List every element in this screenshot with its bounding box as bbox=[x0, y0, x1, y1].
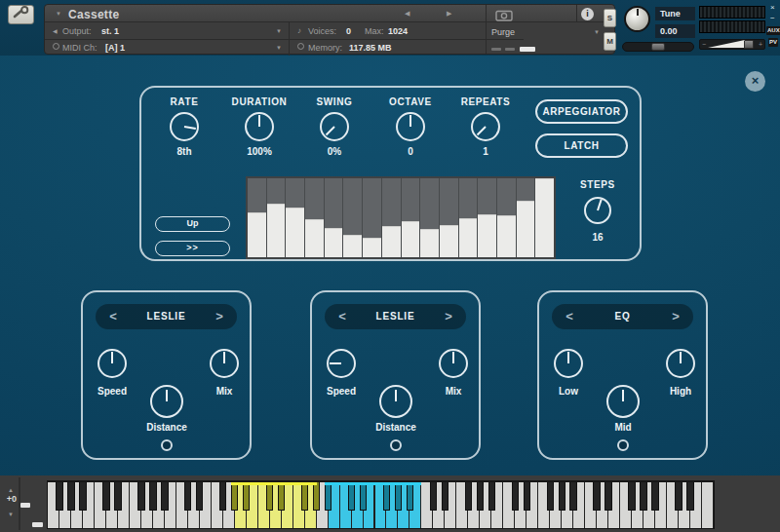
black-key[interactable] bbox=[593, 482, 600, 511]
black-key[interactable] bbox=[488, 482, 495, 511]
instrument-caret-icon[interactable]: ▼ bbox=[56, 11, 61, 17]
black-key[interactable] bbox=[604, 482, 611, 511]
black-key[interactable] bbox=[686, 482, 693, 511]
effect-next-icon[interactable]: > bbox=[666, 304, 685, 328]
volume-handle[interactable] bbox=[744, 40, 754, 49]
mix-knob[interactable] bbox=[210, 349, 239, 378]
black-key[interactable] bbox=[407, 482, 413, 511]
seq-step-8[interactable] bbox=[382, 178, 401, 257]
black-key[interactable] bbox=[313, 482, 320, 511]
black-key[interactable] bbox=[465, 482, 472, 511]
transpose-down-icon[interactable]: ▼ bbox=[8, 512, 14, 517]
scroll-handle[interactable] bbox=[20, 503, 30, 508]
aux-button[interactable]: AUX bbox=[766, 26, 780, 35]
scroll-handle[interactable] bbox=[32, 522, 43, 527]
pan-slider[interactable] bbox=[622, 42, 694, 52]
black-key[interactable] bbox=[231, 482, 238, 511]
black-key[interactable] bbox=[442, 482, 448, 511]
solo-button[interactable]: S bbox=[604, 9, 616, 27]
pan-handle[interactable] bbox=[651, 43, 665, 51]
black-key[interactable] bbox=[278, 482, 285, 511]
seq-step-16[interactable] bbox=[535, 178, 554, 257]
seq-step-9[interactable] bbox=[402, 178, 420, 257]
black-key[interactable] bbox=[430, 482, 437, 511]
effect-prev-icon[interactable]: < bbox=[332, 304, 352, 328]
black-key[interactable] bbox=[102, 482, 109, 511]
tune-value[interactable]: 0.00 bbox=[655, 24, 695, 38]
speed-knob[interactable] bbox=[327, 349, 356, 378]
black-key[interactable] bbox=[184, 482, 191, 511]
black-key[interactable] bbox=[266, 482, 273, 511]
output-value[interactable]: st. 1 bbox=[101, 26, 119, 36]
arp-direction-button[interactable]: Up bbox=[155, 216, 230, 232]
black-key[interactable] bbox=[161, 482, 168, 511]
effect-prev-icon[interactable]: < bbox=[103, 304, 123, 328]
volume-plus[interactable]: + bbox=[759, 41, 762, 48]
transpose-up-icon[interactable]: ▲ bbox=[8, 487, 14, 493]
mix-knob[interactable] bbox=[439, 349, 468, 378]
info-icon[interactable]: i bbox=[581, 8, 594, 20]
seq-step-11[interactable] bbox=[440, 178, 458, 257]
next-instrument-icon[interactable]: ▶ bbox=[447, 10, 451, 18]
black-key[interactable] bbox=[219, 482, 226, 511]
black-key[interactable] bbox=[477, 482, 484, 511]
arpeggiator-toggle-button[interactable]: ARPEGGIATOR bbox=[535, 99, 628, 124]
effect-power-button[interactable] bbox=[390, 439, 402, 451]
black-key[interactable] bbox=[675, 482, 682, 511]
low-knob[interactable] bbox=[554, 349, 583, 378]
black-key[interactable] bbox=[56, 482, 62, 511]
volume-minus[interactable]: − bbox=[702, 41, 706, 48]
seq-step-7[interactable] bbox=[363, 178, 381, 257]
arp-next-pattern-button[interactable]: >> bbox=[155, 241, 230, 256]
midi-value[interactable]: [A] 1 bbox=[105, 43, 125, 53]
snapshot-camera-icon[interactable] bbox=[495, 8, 513, 25]
black-key[interactable] bbox=[149, 482, 156, 511]
black-key[interactable] bbox=[559, 482, 566, 511]
purge-label[interactable]: Purge bbox=[491, 27, 515, 37]
duration-knob[interactable] bbox=[245, 112, 274, 141]
black-key[interactable] bbox=[67, 482, 74, 511]
seq-step-15[interactable] bbox=[517, 178, 535, 257]
black-key[interactable] bbox=[348, 482, 355, 511]
black-key[interactable] bbox=[196, 482, 203, 511]
black-key[interactable] bbox=[651, 482, 658, 511]
seq-step-12[interactable] bbox=[459, 178, 478, 257]
distance-knob[interactable] bbox=[150, 385, 183, 418]
seq-step-3[interactable] bbox=[286, 178, 304, 257]
black-key[interactable] bbox=[325, 482, 332, 511]
black-key[interactable] bbox=[569, 482, 576, 511]
black-key[interactable] bbox=[301, 482, 308, 511]
seq-step-4[interactable] bbox=[305, 178, 324, 257]
midi-dropdown-icon[interactable]: ▼ bbox=[276, 45, 282, 51]
seq-step-10[interactable] bbox=[420, 178, 439, 257]
black-key[interactable] bbox=[79, 482, 86, 511]
black-key[interactable] bbox=[243, 482, 250, 511]
steps-knob[interactable] bbox=[584, 197, 611, 224]
octave-knob[interactable] bbox=[396, 112, 425, 141]
distance-knob[interactable] bbox=[379, 385, 412, 418]
black-key[interactable] bbox=[360, 482, 367, 511]
seq-step-6[interactable] bbox=[343, 178, 362, 257]
effect-power-button[interactable] bbox=[617, 439, 629, 451]
effect-power-button[interactable] bbox=[161, 439, 173, 451]
black-key[interactable] bbox=[512, 482, 519, 511]
repeats-knob[interactable] bbox=[471, 112, 500, 141]
mute-button[interactable]: M bbox=[604, 32, 616, 51]
instrument-title[interactable]: Cassette bbox=[68, 8, 119, 21]
mid-knob[interactable] bbox=[606, 385, 640, 418]
black-key[interactable] bbox=[524, 482, 530, 511]
black-key[interactable] bbox=[547, 482, 554, 511]
output-dropdown-icon[interactable]: ▼ bbox=[276, 28, 282, 34]
seq-step-5[interactable] bbox=[325, 178, 343, 257]
black-key[interactable] bbox=[137, 482, 144, 511]
high-knob[interactable] bbox=[666, 349, 695, 378]
purge-dropdown-icon[interactable]: ▼ bbox=[594, 29, 600, 35]
effect-next-icon[interactable]: > bbox=[210, 304, 229, 328]
prev-instrument-icon[interactable]: ◀ bbox=[405, 10, 410, 18]
seq-step-14[interactable] bbox=[497, 178, 516, 257]
black-key[interactable] bbox=[114, 482, 121, 511]
tune-knob[interactable] bbox=[624, 6, 650, 32]
swing-knob[interactable] bbox=[320, 112, 349, 141]
black-key[interactable] bbox=[395, 482, 402, 511]
black-key[interactable] bbox=[383, 482, 390, 511]
